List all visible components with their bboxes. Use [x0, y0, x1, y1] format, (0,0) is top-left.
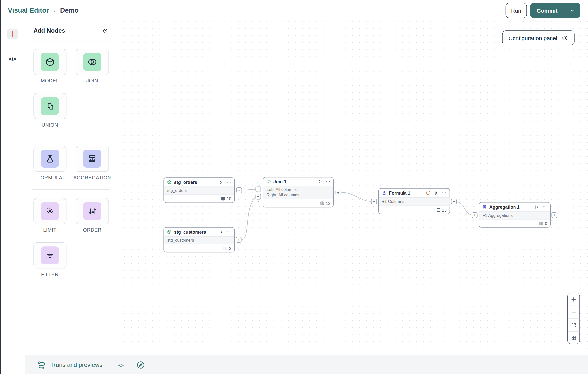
- flask-icon: [382, 190, 387, 195]
- plus-icon: [570, 296, 577, 302]
- tidy-layout-button[interactable]: [568, 331, 579, 344]
- add-node-button[interactable]: [7, 29, 18, 39]
- chevron-down-icon: [569, 7, 575, 13]
- commit-button[interactable]: Commit: [530, 3, 564, 18]
- node-title: Aggregation 1: [489, 204, 532, 209]
- node-aggregation-1[interactable]: Aggregation 1 +1 Aggregations 0: [479, 202, 551, 228]
- node-title: stg_customers: [174, 229, 217, 234]
- join-left-config: Left: All columns: [267, 187, 330, 193]
- node-join-1[interactable]: Join 1 Left: All columns Right: All colu…: [263, 177, 334, 207]
- flask-icon: [45, 153, 55, 164]
- tile-join[interactable]: JOIN: [76, 49, 109, 83]
- node-subtitle: stg_customers: [167, 237, 231, 243]
- tile-formula[interactable]: FORMULA: [33, 146, 66, 180]
- tile-label: UNION: [42, 122, 58, 128]
- node-subtitle: stg_orders: [167, 188, 231, 193]
- columns-icon: [320, 201, 324, 205]
- plus-icon: [9, 30, 16, 37]
- more-menu-icon[interactable]: [326, 179, 331, 184]
- left-icon-rail: </>: [0, 21, 25, 374]
- join-left-port-label: L: [257, 181, 259, 185]
- tile-union[interactable]: UNION: [33, 93, 66, 128]
- output-handle-stg-customers[interactable]: +: [236, 237, 242, 243]
- code-view-toggle[interactable]: </>: [7, 55, 18, 62]
- gauge-icon: [45, 206, 55, 216]
- hierarchy-icon: [482, 204, 487, 209]
- more-menu-icon[interactable]: [542, 204, 547, 209]
- node-title: Formula 1: [389, 190, 423, 195]
- formula-summary: +1 Columns: [382, 199, 446, 204]
- join-right-port-label: R: [257, 200, 259, 204]
- canvas-zoom-controls: [567, 293, 580, 344]
- breadcrumb-visual-editor[interactable]: Visual Editor: [8, 6, 49, 14]
- columns-count: 0: [545, 221, 547, 225]
- config-panel-label: Configuration panel: [509, 35, 557, 41]
- filter-icon: [45, 250, 55, 261]
- grid-icon: [571, 335, 577, 341]
- node-stg-orders[interactable]: stg_orders stg_orders 10: [163, 177, 235, 203]
- tile-group-transforms: FORMULA AGGREGATION: [33, 146, 109, 180]
- play-icon[interactable]: [219, 230, 223, 234]
- fit-view-button[interactable]: [568, 318, 579, 331]
- node-title: stg_orders: [174, 180, 217, 185]
- compass-icon[interactable]: [136, 360, 145, 369]
- play-icon[interactable]: [219, 180, 223, 184]
- tile-model[interactable]: MODEL: [33, 49, 66, 83]
- panel-title: Add Nodes: [33, 27, 65, 34]
- play-icon[interactable]: [534, 205, 539, 209]
- runs-and-previews-label[interactable]: Runs and previews: [51, 362, 103, 368]
- double-chevron-left-icon: [102, 28, 108, 34]
- columns-count: 13: [442, 208, 446, 212]
- node-stg-customers[interactable]: stg_customers stg_customers 2: [163, 227, 235, 252]
- output-handle-stg-orders[interactable]: +: [236, 187, 242, 193]
- add-nodes-panel: Add Nodes MODEL: [25, 21, 118, 356]
- input-handle-join-left[interactable]: +: [255, 187, 261, 192]
- cube-icon: [167, 229, 172, 234]
- collapse-panel-button[interactable]: [101, 27, 109, 35]
- panel-divider: [32, 137, 110, 137]
- tile-label: JOIN: [86, 78, 98, 84]
- output-handle-formula[interactable]: +: [451, 199, 457, 204]
- more-menu-icon[interactable]: [442, 190, 447, 195]
- input-handle-formula[interactable]: +: [371, 199, 377, 204]
- more-menu-icon[interactable]: [226, 229, 231, 234]
- run-button[interactable]: Run: [505, 3, 527, 18]
- union-icon: [45, 101, 55, 111]
- breadcrumb-separator-icon: ›: [54, 7, 56, 14]
- double-chevron-left-icon: [561, 35, 568, 41]
- tile-label: FILTER: [41, 271, 59, 277]
- cube-icon: [45, 57, 55, 67]
- columns-icon: [223, 246, 227, 250]
- node-formula-1[interactable]: Formula 1 +1 Columns 13: [378, 188, 450, 214]
- fit-view-icon: [571, 322, 577, 328]
- venn-icon: [87, 57, 97, 67]
- tile-label: AGGREGATION: [74, 175, 111, 181]
- breadcrumb-page-title: Demo: [60, 6, 79, 14]
- tile-limit[interactable]: LIMIT: [33, 198, 66, 233]
- tile-order[interactable]: ORDER: [76, 198, 109, 233]
- input-handle-aggregation[interactable]: +: [472, 212, 478, 218]
- output-handle-join[interactable]: +: [336, 190, 341, 195]
- warning-icon: [426, 190, 431, 195]
- more-menu-icon[interactable]: [226, 180, 231, 185]
- columns-count: 10: [227, 196, 231, 201]
- zoom-in-button[interactable]: [568, 293, 579, 305]
- add-nodes-panel-body: MODEL JOIN UNION: [25, 40, 118, 277]
- play-icon[interactable]: [434, 191, 438, 195]
- output-handle-aggregation[interactable]: +: [552, 212, 557, 218]
- tile-label: ORDER: [83, 227, 102, 233]
- play-icon[interactable]: [318, 179, 322, 184]
- hierarchy-icon: [87, 153, 97, 164]
- configuration-panel-button[interactable]: Configuration panel: [502, 30, 575, 45]
- aggregation-summary: +1 Aggregations: [483, 213, 547, 218]
- tile-aggregation[interactable]: AGGREGATION: [76, 146, 109, 180]
- zoom-out-button[interactable]: [568, 306, 579, 318]
- columns-icon: [539, 221, 543, 225]
- tile-filter[interactable]: FILTER: [33, 242, 66, 277]
- sort-icon: [87, 206, 97, 216]
- runs-route-icon[interactable]: [37, 360, 47, 370]
- commit-node-icon[interactable]: [117, 361, 125, 369]
- input-handle-join-right[interactable]: +: [255, 194, 261, 200]
- breadcrumb: Visual Editor › Demo: [8, 6, 79, 14]
- commit-dropdown-button[interactable]: [564, 3, 580, 18]
